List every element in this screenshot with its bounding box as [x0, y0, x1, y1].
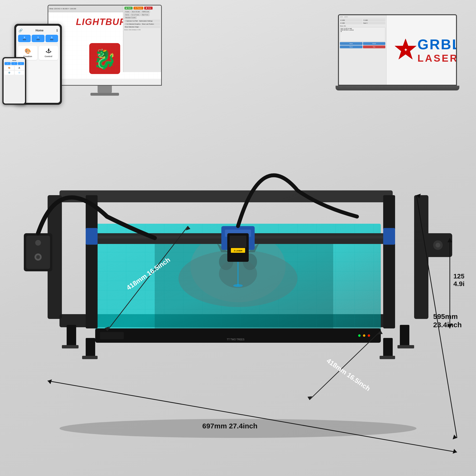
phone-header: Home	[4, 59, 24, 62]
divider	[18, 44, 58, 44]
pause-btn[interactable]: ⏸ Pause	[134, 7, 143, 10]
phone-icon-4[interactable]: ❄️	[15, 71, 24, 75]
phone-x-btn[interactable]: X	[4, 62, 11, 65]
svg-rect-76	[100, 332, 124, 339]
svg-rect-16	[383, 338, 393, 357]
phone-icon-1[interactable]: 🎨	[4, 66, 14, 70]
start-btn[interactable]: ▶ Start	[124, 7, 133, 10]
svg-rect-12	[400, 325, 409, 346]
svg-text:125mm: 125mm	[453, 272, 464, 280]
svg-point-22	[36, 255, 40, 259]
svg-point-20	[35, 240, 41, 246]
joystick-icon: 🕹	[40, 48, 57, 54]
svg-text:697mm 27.4inch: 697mm 27.4inch	[202, 422, 257, 430]
svg-point-78	[363, 334, 365, 337]
phone-icons: 🎨 🕹 ⚙️ ❄️	[4, 66, 24, 75]
info-icon: ℹ	[56, 29, 58, 32]
svg-rect-15	[82, 356, 98, 359]
x-btn[interactable]: X 000	[18, 35, 31, 42]
laptop-base	[336, 86, 459, 90]
phone-buttons: X Y S	[4, 62, 24, 65]
y-btn[interactable]: Y 000	[32, 35, 44, 42]
svg-rect-11	[62, 345, 79, 348]
phone-y-btn[interactable]: Y	[11, 62, 17, 65]
svg-rect-68	[230, 236, 246, 248]
grbl-star-icon: ✦	[394, 38, 417, 62]
svg-text:TT TWO TREES: TT TWO TREES	[227, 338, 244, 341]
svg-rect-14	[86, 338, 95, 357]
svg-rect-64	[383, 195, 395, 328]
tablet-title: Home	[35, 29, 43, 32]
phone-screen: Home X Y S 🎨 🕹 ⚙️ ❄️	[3, 58, 25, 103]
laptop-screen-inner: JOB JERK X: 0.000 Y: 0.000 Z: 0.000 Feed…	[339, 15, 456, 85]
svg-rect-9	[60, 190, 393, 202]
svg-point-77	[358, 334, 360, 337]
phone: Home X Y S 🎨 🕹 ⚙️ ❄️	[2, 57, 26, 105]
svg-point-25	[436, 243, 440, 248]
control-card[interactable]: 🕹 Control	[39, 46, 58, 60]
svg-rect-74	[383, 228, 395, 245]
grbl-logo: GRBL LASER	[417, 36, 457, 64]
svg-text:23.4inch: 23.4inch	[433, 321, 462, 329]
svg-text:⚠ LASER: ⚠ LASER	[234, 250, 242, 252]
grbl-title: GRBL	[417, 36, 457, 52]
device-label: Device: xArtic Emblaser 2-CR2	[124, 29, 160, 31]
control-label: Control	[40, 55, 57, 58]
link-icon: 🔗	[18, 29, 23, 32]
phone-s-btn[interactable]: S	[18, 62, 24, 65]
svg-point-72	[233, 284, 243, 287]
phone-icon-3[interactable]: ⚙️	[4, 71, 14, 75]
laptop-screen: JOB JERK X: 0.000 Y: 0.000 Z: 0.000 Feed…	[338, 14, 457, 86]
svg-rect-10	[67, 325, 76, 346]
svg-text:4.9inch: 4.9inch	[453, 280, 464, 288]
svg-point-79	[368, 334, 370, 337]
svg-line-88	[48, 381, 457, 452]
svg-rect-17	[380, 356, 395, 359]
stop-btn[interactable]: ⏹ Stop	[144, 7, 153, 10]
svg-rect-13	[397, 345, 414, 348]
machine-svg: ⚠ LASER 418mm 16.5inch 418mm 16.5inch 69…	[12, 100, 464, 457]
monitor: What: 229.542 X: 86.000 Y: 106.000 LIGHT…	[48, 5, 162, 96]
svg-text:595mm: 595mm	[433, 312, 458, 320]
tablet-btns: X 000 Y 000 S 000	[18, 35, 58, 42]
monitor-screen: What: 229.542 X: 86.000 Y: 106.000 LIGHT…	[48, 5, 162, 86]
tablet-header: 🔗 Home ℹ	[18, 28, 58, 33]
svg-rect-63	[86, 195, 98, 328]
svg-rect-73	[86, 228, 98, 245]
s-btn[interactable]: S 000	[46, 35, 58, 42]
monitor-base	[90, 93, 119, 96]
phone-icon-2[interactable]: 🕹	[15, 66, 24, 70]
laptop-left-panel: JOB JERK X: 0.000 Y: 0.000 Z: 0.000 Feed…	[339, 15, 387, 85]
svg-text:✦: ✦	[404, 48, 408, 52]
monitor-right-panel: ▶ Start ⏸ Pause ⏹ Stop Frame Save GCode …	[123, 5, 161, 72]
palette-icon: 🎨	[19, 48, 36, 54]
monitor-stand	[98, 86, 112, 93]
laptop: JOB JERK X: 0.000 Y: 0.000 Z: 0.000 Feed…	[338, 14, 457, 90]
grbl-subtitle: LASER	[417, 52, 457, 64]
